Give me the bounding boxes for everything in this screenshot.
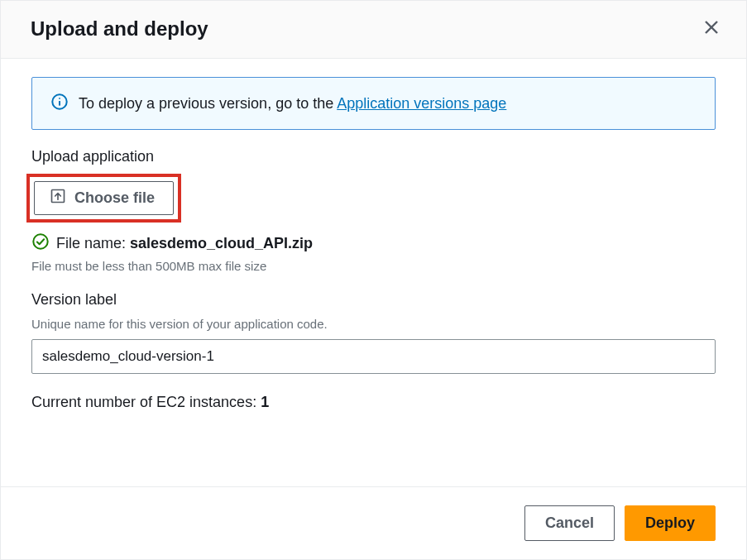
close-icon <box>703 19 720 38</box>
choose-file-label: Choose file <box>74 189 155 207</box>
upload-section-label: Upload application <box>31 148 716 165</box>
success-check-icon <box>31 232 50 254</box>
dialog-footer: Cancel Deploy <box>1 486 746 559</box>
file-label-prefix: File name: <box>56 235 130 251</box>
version-label-input[interactable] <box>31 339 716 374</box>
dialog-header: Upload and deploy <box>1 1 746 59</box>
version-label-hint: Unique name for this version of your app… <box>31 317 716 331</box>
file-name-row: File name: salesdemo_cloud_API.zip <box>56 235 313 252</box>
choose-file-highlight: Choose file <box>26 174 181 223</box>
upload-icon <box>50 188 66 208</box>
info-text-prefix: To deploy a previous version, go to the <box>79 95 337 112</box>
info-text: To deploy a previous version, go to the … <box>79 95 506 112</box>
choose-file-button[interactable]: Choose file <box>34 181 174 215</box>
file-constraint-hint: File must be less than 500MB max file si… <box>31 259 716 273</box>
version-label-heading: Version label <box>31 291 716 309</box>
file-status-row: File name: salesdemo_cloud_API.zip <box>31 232 716 254</box>
svg-point-6 <box>33 234 47 248</box>
info-icon <box>50 93 69 114</box>
deploy-button[interactable]: Deploy <box>625 505 716 541</box>
instances-row: Current number of EC2 instances: 1 <box>31 394 716 411</box>
instances-label-prefix: Current number of EC2 instances: <box>31 394 261 410</box>
file-name: salesdemo_cloud_API.zip <box>130 235 313 251</box>
info-banner: To deploy a previous version, go to the … <box>31 77 716 130</box>
instances-count: 1 <box>261 394 269 410</box>
svg-point-4 <box>59 98 60 99</box>
close-button[interactable] <box>700 16 723 41</box>
dialog-body: To deploy a previous version, go to the … <box>1 59 746 486</box>
application-versions-link[interactable]: Application versions page <box>337 95 506 112</box>
dialog-title: Upload and deploy <box>31 17 208 41</box>
upload-deploy-dialog: Upload and deploy To deploy a previous v… <box>0 0 747 560</box>
cancel-button[interactable]: Cancel <box>524 505 615 541</box>
